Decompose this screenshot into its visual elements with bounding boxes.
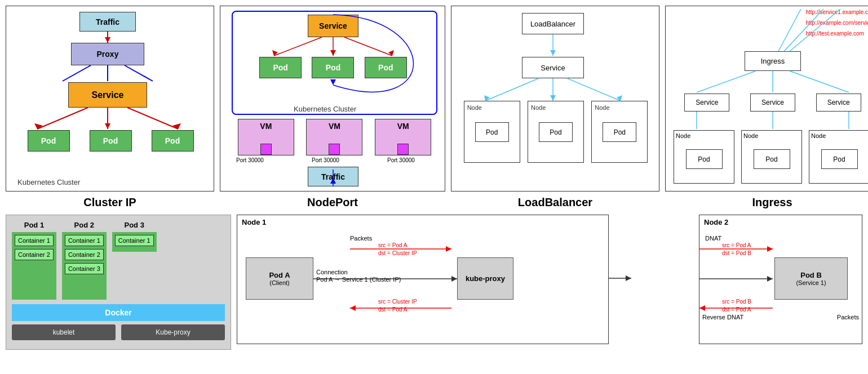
connection-label: Connection	[316, 269, 348, 275]
service-ingress-1: Service	[684, 94, 729, 112]
pod-ingress-3: Pod	[821, 149, 858, 169]
lb-title: LoadBalancer	[518, 196, 592, 209]
svg-marker-40	[446, 246, 451, 252]
bot-dst2: dst = Pod A	[722, 306, 751, 313]
node-lb-3: Node Pod	[591, 101, 648, 163]
pod-np-2: Pod	[312, 57, 354, 78]
node1-label: Node 1	[242, 218, 266, 226]
nodeport-section: Service Pod Pod Pod Kubernetes Cluster V…	[220, 6, 445, 209]
docker-section: Pod 1 Container 1 Container 2 Pod 2 Cont…	[6, 215, 231, 350]
svg-line-31	[697, 71, 756, 92]
pod-row-ci: Pod Pod Pod	[17, 130, 203, 152]
clusterip-title: Cluster IP	[83, 196, 136, 209]
ingress-section: http://service1.example.com http://examp…	[665, 6, 868, 209]
pod-np-3: Pod	[365, 57, 407, 78]
vm-port-1	[260, 144, 272, 155]
clusterip-diagram: Traffic Proxy Service Pod Pod Pod	[6, 6, 214, 192]
lb-box: LoadBalancer	[522, 13, 584, 34]
vm-port-3	[397, 144, 409, 155]
node-lb-1: Node Pod	[464, 101, 520, 163]
svg-marker-44	[767, 276, 773, 282]
pod-col-1: Pod 1 Container 1 Container 2	[12, 221, 56, 300]
node-lb-2: Node Pod	[528, 101, 584, 163]
pod-a-label: Pod A	[269, 271, 290, 279]
lb-section: LoadBalancer Service Node Pod Node Pod	[451, 6, 659, 209]
svg-line-9	[127, 108, 178, 129]
bot-src2: src = Pod B	[722, 299, 751, 305]
docker-diagram: Pod 1 Container 1 Container 2 Pod 2 Cont…	[6, 215, 231, 350]
top-src2: src = Pod A	[722, 242, 751, 248]
top-row: Traffic Proxy Service Pod Pod Pod	[0, 0, 868, 212]
ingress-diagram: http://service1.example.com http://examp…	[665, 6, 868, 192]
pod3-title: Pod 3	[112, 221, 157, 229]
pod-col-3: Pod 3 Container 1	[112, 221, 157, 300]
bot-dst1: dst = Pod A	[378, 306, 407, 313]
svg-marker-10	[172, 123, 181, 129]
kube-proxy-diagram: Node 1 Pod A (Client) kube-proxy	[237, 215, 862, 350]
pod1-container2: Container 2	[15, 249, 54, 260]
pod2-title: Pod 2	[62, 221, 107, 229]
node-row-ingress: Node Pod Node Pod Node Pod	[670, 130, 868, 184]
pod-ingress-1: Pod	[686, 149, 723, 169]
kube-proxy-section: Node 1 Pod A (Client) kube-proxy	[237, 215, 862, 350]
connection-sub: Pod A → Service 1 (Cluster IP)	[316, 276, 401, 283]
top-dst1: dst = Cluster IP	[378, 250, 417, 256]
pod2-container2: Container 2	[65, 249, 104, 260]
cluster-label-ci: Kubernetes Cluster	[17, 178, 80, 186]
vm-port-2	[329, 144, 340, 155]
svg-line-28	[778, 9, 801, 51]
node2-label: Node 2	[704, 218, 728, 226]
pod2-body: Container 1 Container 2 Container 3	[62, 232, 107, 300]
ingress-url-2: http://example.com/service2	[806, 20, 869, 26]
node-ingress-1: Node Pod	[674, 130, 734, 184]
service-ingress-2: Service	[750, 94, 795, 112]
svg-marker-1	[105, 37, 110, 43]
nodeport-diagram: Service Pod Pod Pod Kubernetes Cluster V…	[220, 6, 445, 192]
pod-a-sub: (Client)	[269, 279, 289, 286]
service-row-ingress: Service Service Service	[674, 94, 868, 112]
pod1-title: Pod 1	[12, 221, 56, 229]
main-container: Traffic Proxy Service Pod Pod Pod	[0, 0, 868, 355]
port-label-3: Port 30000	[387, 157, 415, 163]
pod-lb-2: Pod	[539, 122, 573, 142]
bottom-row: Pod 1 Container 1 Container 2 Pod 2 Cont…	[0, 212, 868, 355]
pod1-body: Container 1 Container 2	[12, 232, 56, 300]
svg-line-2	[63, 65, 91, 81]
pod3-container1: Container 1	[115, 235, 154, 246]
vm-1: VM	[238, 119, 294, 155]
pod-ci-2: Pod	[90, 130, 132, 152]
pod-ingress-2: Pod	[754, 149, 790, 169]
reverse-dnat-label: Reverse DNAT	[702, 314, 743, 320]
ingress-url-3: http://test.example.com	[806, 30, 869, 37]
kubeproxy-box: Kube-proxy	[121, 324, 225, 340]
node-row-lb: Node Pod Node Pod Node Pod	[460, 101, 652, 163]
service-ingress-3: Service	[816, 94, 861, 112]
svg-line-4	[125, 65, 153, 81]
traffic-box: Traffic	[79, 12, 136, 32]
nodeport-title: NodePort	[307, 196, 358, 209]
ingress-urls: http://service1.example.com http://examp…	[806, 9, 869, 37]
svg-marker-25	[550, 95, 556, 101]
svg-marker-38	[451, 276, 457, 282]
port-label-1: Port 30000	[236, 157, 264, 163]
svg-marker-48	[699, 305, 705, 311]
pod-row-np: Pod Pod Pod	[254, 57, 412, 78]
proxy-box: Proxy	[71, 43, 144, 65]
pod-lb-3: Pod	[603, 122, 636, 142]
clusterip-section: Traffic Proxy Service Pod Pod Pod	[6, 6, 214, 209]
node1-box: Node 1 Pod A (Client) kube-proxy	[237, 215, 609, 344]
svg-line-5	[37, 108, 88, 129]
node-ingress-3: Node Pod	[809, 130, 868, 184]
dnat-label: DNAT	[705, 235, 721, 242]
vm-3: VM	[375, 119, 431, 155]
svg-line-26	[567, 78, 621, 101]
pod-b-sub: (Service 1)	[796, 279, 826, 286]
svg-marker-21	[550, 50, 556, 56]
service-box-lb: Service	[522, 57, 584, 78]
lb-diagram: LoadBalancer Service Node Pod Node Pod	[451, 6, 659, 192]
pod-ci-3: Pod	[152, 130, 194, 152]
pod-lb-1: Pod	[475, 122, 509, 142]
pod-b-box: Pod B (Service 1)	[774, 257, 848, 300]
kube-proxy-box: kube-proxy	[457, 257, 513, 300]
kubelet-row: kubelet Kube-proxy	[12, 324, 225, 340]
